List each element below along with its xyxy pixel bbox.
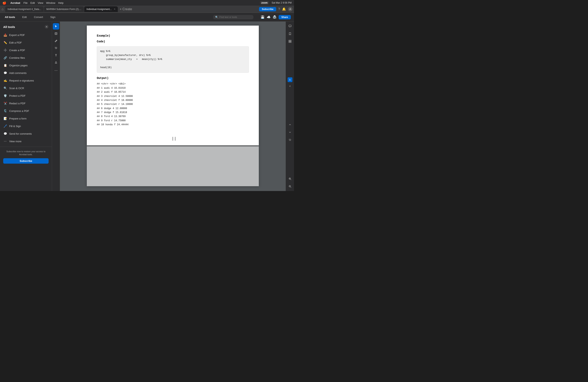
sidebar-item-redact[interactable]: ✂️ Redact a PDF — [0, 99, 52, 107]
sidebar-item-create[interactable]: ➕ Create a PDF — [0, 46, 52, 54]
more-tools-button[interactable]: ⋯ — [53, 67, 59, 74]
sidebar-item-edit-label: Edit a PDF — [9, 41, 22, 44]
menubar-items: File Edit View Window Help — [23, 1, 63, 4]
save-icon[interactable]: 💾 — [261, 15, 265, 19]
sidebar-subscribe-button[interactable]: Subscribe — [3, 158, 49, 164]
compress-icon: 🗜️ — [3, 109, 7, 113]
table-row-9: ## 9 ford r 14.75000 — [97, 119, 249, 123]
sidebar-item-redact-label: Redact a PDF — [9, 102, 26, 105]
sidebar-footer-text: Subscribe now to restore your access to … — [3, 150, 49, 156]
highlight-tool[interactable] — [53, 59, 59, 66]
sidebar-item-protect[interactable]: 🛡️ Protect a PDF — [0, 92, 52, 99]
pencil-tool[interactable] — [53, 38, 59, 44]
sidebar-title: All tools — [3, 25, 15, 29]
tab-3-label: Individual Assignment... — [87, 8, 112, 11]
account-icon[interactable]: A — [288, 7, 293, 11]
sidebar-item-scan-ocr[interactable]: 🔍 Scan & OCR — [0, 84, 52, 92]
new-tab-button[interactable]: + Create — [118, 7, 134, 11]
toolbar-all-tools[interactable]: All tools — [3, 15, 17, 19]
view-more-icon: ⋯ — [3, 139, 7, 143]
zoom-in-button[interactable] — [287, 176, 293, 182]
tab-close-icon[interactable]: ✕ — [114, 8, 115, 10]
sidebar-item-compress[interactable]: 🗜️ Compress a PDF — [0, 107, 52, 115]
select-tool[interactable] — [53, 30, 59, 37]
toolbar-search-box[interactable]: 🔍 — [213, 15, 253, 19]
menu-edit[interactable]: Edit — [30, 1, 35, 4]
menu-file[interactable]: File — [23, 1, 28, 4]
comments-panel-toggle[interactable] — [287, 23, 293, 29]
search-input[interactable] — [219, 16, 252, 19]
sidebar-item-comments-label: Add comments — [9, 72, 27, 75]
home-icon[interactable]: ⌂ — [1, 7, 4, 11]
subscribe-button-tabbar[interactable]: Subscribe — [259, 7, 276, 11]
cursor-tool[interactable] — [53, 23, 59, 30]
sidebar-item-edit-pdf[interactable]: ✏️ Edit a PDF — [0, 39, 52, 46]
sidebar-item-scan-label: Scan & OCR — [9, 87, 24, 90]
fill-sign-icon: 🖊️ — [3, 124, 7, 128]
sidebar-item-export[interactable]: 📤 Export a PDF — [0, 31, 52, 39]
toolbar-sign[interactable]: Sign — [49, 15, 57, 19]
svg-rect-4 — [289, 41, 290, 42]
menu-window[interactable]: Window — [46, 1, 55, 4]
menu-help[interactable]: Help — [58, 1, 63, 4]
edit-pdf-icon: ✏️ — [3, 40, 7, 45]
table-row-4: ## 4 chevrolet f 18.80000 — [97, 98, 249, 102]
table-row-1: ## 1 audi 4 16.81818 — [97, 86, 249, 90]
pdf-viewer[interactable]: Example) Code) mpg %>% group_by(manufact… — [60, 21, 286, 191]
thumbnails-toggle[interactable] — [287, 38, 293, 44]
toolbar-nav: All tools Edit Convert Sign — [3, 15, 57, 19]
code-line-5: head(10) — [100, 66, 245, 70]
sidebar-item-fill-sign[interactable]: 🖊️ Fill & Sign — [0, 122, 52, 130]
table-header: ## <chr> <chr> <dbl> — [97, 82, 249, 86]
code-line-2: group_by(manufacturer, drv) %>% — [100, 53, 245, 57]
upload-icon[interactable]: ☁️ — [267, 15, 271, 19]
export-icon: 📤 — [3, 33, 7, 37]
help-icon[interactable]: ? — [278, 7, 280, 11]
notifications-icon[interactable]: 🔔 — [282, 7, 286, 11]
other-page-number: 4 — [288, 84, 293, 89]
sidebar-item-organize[interactable]: 📋 Organize pages — [0, 61, 52, 69]
sidebar-item-view-more-label: View more — [9, 140, 21, 143]
code-heading: Code) — [97, 40, 105, 43]
sidebar: All tools ✕ 📤 Export a PDF ✏️ Edit a PDF… — [0, 21, 52, 191]
organize-icon: 📋 — [3, 63, 7, 67]
sidebar-item-send-comments[interactable]: 💬 Send for comments — [0, 130, 52, 137]
sidebar-item-view-more[interactable]: ⋯ View more — [0, 137, 52, 145]
toolbar-actions: 💾 ☁️ 🖨️ Share — [261, 15, 291, 19]
zoom-out-button[interactable] — [287, 183, 293, 190]
expand-down-button[interactable] — [287, 129, 293, 135]
tab-1-label: Individual Assignment 4_Data... — [8, 8, 41, 11]
table-row-5: ## 5 chevrolet r 14.10000 — [97, 102, 249, 106]
sidebar-item-form[interactable]: 📝 Prepare a form — [0, 115, 52, 122]
scan-icon: 🔍 — [3, 86, 7, 90]
toolbar-edit[interactable]: Edit — [21, 15, 28, 19]
toolbar-convert[interactable]: Convert — [32, 15, 45, 19]
redact-icon: ✂️ — [3, 101, 7, 105]
sidebar-item-export-label: Export a PDF — [9, 34, 25, 37]
right-panel: 1 4 — [286, 21, 294, 191]
rotate-tool[interactable] — [53, 45, 59, 51]
table-row-8: ## 8 ford 4 13.30769 — [97, 115, 249, 118]
sidebar-item-combine-label: Combine files — [9, 56, 25, 59]
tabbar: ⌂ Individual Assignment 4_Data... MAR664… — [0, 6, 294, 13]
bookmarks-toggle[interactable] — [287, 31, 293, 37]
share-button[interactable]: Share — [279, 15, 291, 19]
table-row-3: ## 3 chevrolet 4 12.50000 — [97, 94, 249, 98]
cursor-indicator: | — [172, 136, 174, 142]
collapse-up-button[interactable] — [287, 122, 293, 128]
text-tool[interactable] — [53, 52, 59, 58]
sidebar-item-esignatures[interactable]: ✍️ Request e-signatures — [0, 77, 52, 84]
print-icon[interactable]: 🖨️ — [273, 15, 277, 19]
apple-icon[interactable]: 🍎 — [2, 1, 6, 5]
sidebar-item-comments[interactable]: 💬 Add comments — [0, 69, 52, 77]
form-icon: 📝 — [3, 116, 7, 120]
tab-3[interactable]: Individual Assignment... ✕ — [84, 6, 118, 12]
sidebar-item-send-comments-label: Send for comments — [9, 132, 32, 135]
sidebar-close-button[interactable]: ✕ — [45, 25, 49, 29]
tab-1[interactable]: Individual Assignment 4_Data... — [5, 6, 43, 12]
code-line-4 — [100, 61, 245, 66]
menu-view[interactable]: View — [38, 1, 43, 4]
refresh-button[interactable] — [287, 137, 293, 143]
tab-2[interactable]: MAR664 Submission Form (2).... — [44, 6, 84, 12]
sidebar-item-combine[interactable]: 🔗 Combine files — [0, 54, 52, 61]
